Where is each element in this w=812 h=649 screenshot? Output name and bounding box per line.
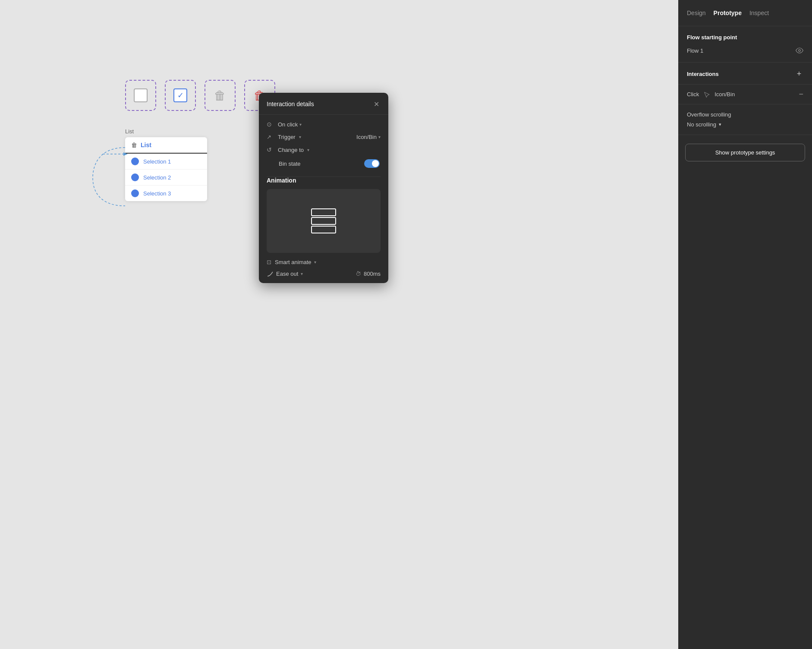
checkmark-icon: ✓ bbox=[177, 91, 184, 99]
tab-prototype[interactable]: Prototype bbox=[714, 8, 742, 18]
animation-section: Animation ⊡ Smart animate ▾ Ease out bbox=[259, 177, 388, 283]
change-to-label: Change to bbox=[278, 147, 304, 153]
list-item-text-1: Selection 1 bbox=[143, 158, 171, 165]
eye-icon[interactable] bbox=[796, 47, 803, 54]
animation-preview bbox=[267, 189, 381, 253]
list-item-text-3: Selection 3 bbox=[143, 190, 171, 197]
svg-rect-2 bbox=[312, 217, 336, 224]
list-trash-icon: 🗑 bbox=[131, 142, 137, 148]
ease-out-chevron: ▾ bbox=[301, 271, 303, 276]
interaction-left: Click Icon/Bin bbox=[687, 91, 735, 98]
list-item-1[interactable]: Selection 1 bbox=[125, 154, 207, 170]
svg-rect-3 bbox=[312, 226, 336, 233]
list-component: List 🗑 List Selection 1 Selection 2 bbox=[125, 128, 275, 201]
overflow-title: Overflow scrolling bbox=[687, 111, 803, 118]
show-prototype-settings-button[interactable]: Show prototype settings bbox=[685, 144, 805, 161]
smart-animate-row[interactable]: ⊡ Smart animate ▾ bbox=[267, 259, 381, 265]
close-button[interactable]: ✕ bbox=[372, 100, 381, 108]
trigger-row: ↗ Trigger ▾ Icon/Bin ▾ bbox=[267, 134, 381, 140]
list-label: List bbox=[125, 128, 275, 135]
overflow-section: Overflow scrolling No scrolling ▾ bbox=[678, 104, 812, 135]
interaction-trigger: Click bbox=[687, 91, 699, 98]
on-click-row[interactable]: ⊙ On click ▾ bbox=[267, 121, 381, 128]
flow-section-title: Flow starting point bbox=[687, 34, 803, 41]
bin-state-row: Bin state bbox=[267, 159, 381, 168]
checked-frame[interactable]: ✓ bbox=[165, 80, 196, 111]
duration-value: 800ms bbox=[364, 271, 381, 277]
list-item-2[interactable]: Selection 2 bbox=[125, 170, 207, 186]
trigger-value-chevron: ▾ bbox=[378, 135, 381, 139]
svg-point-4 bbox=[799, 50, 801, 52]
animation-preview-icon bbox=[308, 205, 339, 236]
interactions-title: Interactions bbox=[687, 71, 719, 77]
right-panel: Design Prototype Inspect Flow starting p… bbox=[678, 0, 812, 649]
checkbox-checked: ✓ bbox=[173, 88, 187, 102]
checkbox-unchecked bbox=[134, 88, 148, 102]
list-item-3[interactable]: Selection 3 bbox=[125, 186, 207, 201]
modal-body: ⊙ On click ▾ ↗ Trigger ▾ Icon/Bin ▾ ↺ Ch… bbox=[259, 115, 388, 176]
trigger-label: Trigger bbox=[278, 134, 296, 140]
checkbox-frames: ✓ 🗑 🗑 bbox=[125, 80, 275, 111]
bin-state-label: Bin state bbox=[268, 161, 301, 167]
clock-icon: ⏱ bbox=[356, 271, 361, 277]
svg-rect-1 bbox=[312, 209, 336, 216]
overflow-value-text: No scrolling bbox=[687, 121, 716, 128]
add-interaction-button[interactable]: + bbox=[795, 69, 803, 78]
toggle-knob bbox=[372, 160, 379, 167]
interactions-header: Interactions + bbox=[678, 63, 812, 85]
smart-animate-chevron: ▾ bbox=[314, 260, 316, 265]
trigger-chevron: ▾ bbox=[299, 135, 301, 139]
smart-animate-icon: ⊡ bbox=[267, 259, 271, 265]
change-to-chevron: ▾ bbox=[307, 148, 309, 152]
change-to-icon: ↺ bbox=[267, 146, 274, 153]
remove-interaction-button[interactable]: − bbox=[799, 90, 803, 99]
interaction-row[interactable]: Click Icon/Bin − bbox=[678, 85, 812, 104]
list-dot-1 bbox=[131, 158, 139, 165]
smart-animate-value: Smart animate ▾ bbox=[275, 259, 316, 265]
trash-gray-frame[interactable]: 🗑 bbox=[205, 80, 236, 111]
list-header-row: 🗑 List bbox=[125, 137, 207, 154]
unchecked-frame[interactable] bbox=[125, 80, 156, 111]
ease-curve-icon bbox=[267, 271, 274, 277]
duration-display[interactable]: ⏱ 800ms bbox=[356, 271, 381, 277]
trigger-value-text: Icon/Bin bbox=[356, 134, 377, 140]
ease-out-label: Ease out bbox=[276, 271, 298, 277]
trigger-value[interactable]: Icon/Bin ▾ bbox=[356, 134, 381, 140]
trigger-left: ↗ Trigger ▾ bbox=[267, 134, 301, 140]
animation-label: Animation bbox=[267, 177, 381, 184]
cursor-icon bbox=[703, 91, 710, 98]
trigger-icon: ↗ bbox=[267, 134, 274, 140]
list-dot-2 bbox=[131, 173, 139, 181]
on-click-value: On click ▾ bbox=[278, 121, 302, 128]
canvas-components: ✓ 🗑 🗑 List 🗑 List bbox=[125, 80, 275, 201]
on-click-label: On click bbox=[278, 121, 298, 128]
easing-selector[interactable]: Ease out ▾ bbox=[267, 271, 303, 277]
overflow-chevron: ▾ bbox=[719, 122, 721, 127]
trash-gray-icon: 🗑 bbox=[214, 88, 226, 103]
interaction-details-modal: Interaction details ✕ ⊙ On click ▾ ↗ Tri… bbox=[259, 93, 388, 283]
list-card: 🗑 List Selection 1 Selection 2 Selection… bbox=[125, 137, 207, 201]
flow-section: Flow starting point Flow 1 bbox=[678, 26, 812, 63]
list-header-text: List bbox=[141, 142, 151, 148]
bin-state-toggle[interactable] bbox=[364, 159, 380, 168]
overflow-value[interactable]: No scrolling ▾ bbox=[687, 121, 803, 128]
change-to-left: ↺ Change to ▾ bbox=[267, 146, 309, 153]
target-icon: ⊙ bbox=[267, 121, 274, 128]
modal-title: Interaction details bbox=[267, 101, 314, 107]
easing-duration-row: Ease out ▾ ⏱ 800ms bbox=[267, 271, 381, 277]
panel-tabs: Design Prototype Inspect bbox=[678, 0, 812, 26]
on-click-chevron: ▾ bbox=[299, 122, 302, 127]
flow-row: Flow 1 bbox=[687, 47, 803, 54]
change-to-row: ↺ Change to ▾ bbox=[267, 146, 381, 153]
modal-header: Interaction details ✕ bbox=[259, 93, 388, 115]
flow-name: Flow 1 bbox=[687, 47, 703, 54]
list-dot-3 bbox=[131, 189, 139, 197]
interaction-target: Icon/Bin bbox=[714, 91, 735, 98]
smart-animate-label: Smart animate bbox=[275, 259, 312, 265]
list-item-text-2: Selection 2 bbox=[143, 174, 171, 181]
tab-inspect[interactable]: Inspect bbox=[749, 8, 769, 18]
tab-design[interactable]: Design bbox=[687, 8, 706, 18]
